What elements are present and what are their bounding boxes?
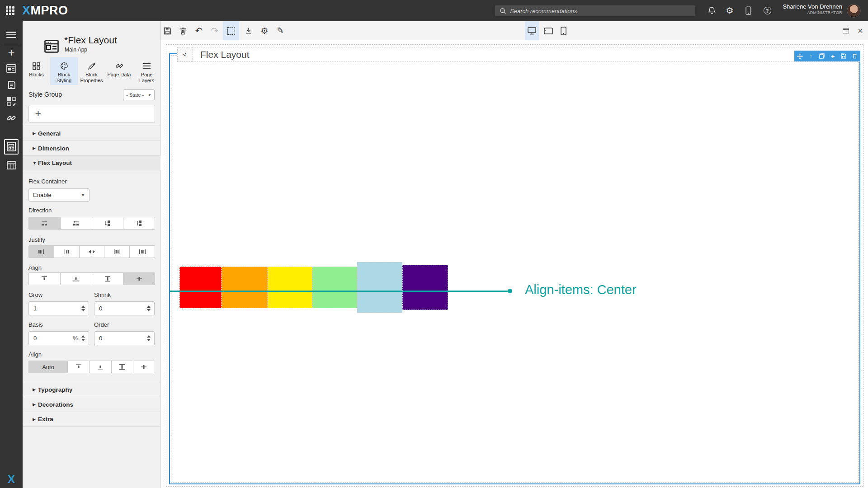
select-marquee-icon[interactable] xyxy=(223,21,239,40)
align-self-auto-button[interactable]: Auto xyxy=(29,361,68,373)
desktop-preview-icon[interactable] xyxy=(525,21,539,40)
app-designer-icon-active[interactable] xyxy=(4,139,19,155)
move-icon[interactable] xyxy=(795,53,804,59)
user-name: Sharlene Von Drehnen xyxy=(783,3,842,10)
connections-link-icon[interactable] xyxy=(0,112,23,124)
mobile-device-icon[interactable] xyxy=(742,0,754,21)
xmpro-x-logo: X xyxy=(0,473,23,486)
direction-row-button[interactable] xyxy=(29,217,61,229)
style-wand-icon[interactable]: ✎ xyxy=(274,21,287,40)
shrink-input[interactable]: 0 xyxy=(94,301,155,315)
align-self-stretch-button[interactable] xyxy=(112,361,133,373)
align-self-center-button[interactable] xyxy=(133,361,155,373)
align-center-button[interactable] xyxy=(123,273,155,285)
tab-blocks[interactable]: Blocks xyxy=(23,57,50,85)
justify-start-button[interactable] xyxy=(29,246,54,258)
align-self-start-button[interactable] xyxy=(68,361,90,373)
align-stretch-button[interactable] xyxy=(92,273,124,285)
section-general[interactable]: ▶ General xyxy=(23,126,160,141)
section-dimension[interactable]: ▶ Dimension xyxy=(23,141,160,155)
tablet-preview-icon[interactable] xyxy=(542,21,555,40)
save-block-icon[interactable] xyxy=(839,53,848,59)
tab-page-layers[interactable]: Page Layers xyxy=(133,57,160,85)
restore-window-icon[interactable] xyxy=(839,21,853,40)
direction-column-reverse-button[interactable] xyxy=(123,217,155,229)
order-input[interactable]: 0 xyxy=(94,331,155,345)
delete-block-icon[interactable] xyxy=(850,53,859,59)
yellow-block[interactable] xyxy=(268,267,312,308)
search-input[interactable] xyxy=(510,8,682,14)
xmpro-logo[interactable]: XMPRO xyxy=(22,4,68,18)
search-bar[interactable] xyxy=(495,5,695,16)
section-typography[interactable]: ▶ Typography xyxy=(23,382,160,397)
stepper-arrows[interactable] xyxy=(80,305,86,311)
app-pages-icon[interactable] xyxy=(0,62,23,75)
red-block[interactable] xyxy=(179,267,222,308)
style-group-select[interactable]: - State -▼ xyxy=(123,89,155,100)
user-role: ADMINISTRATOR xyxy=(783,10,842,15)
annotation-line xyxy=(170,291,510,292)
breadcrumb-back-button[interactable]: < xyxy=(177,47,192,62)
justify-center-button[interactable] xyxy=(80,246,105,258)
close-icon[interactable]: ✕ xyxy=(854,21,867,40)
lightblue-block[interactable] xyxy=(357,262,402,313)
indigo-block[interactable] xyxy=(402,265,448,310)
justify-space-between-button[interactable] xyxy=(104,246,130,258)
pencil-icon xyxy=(88,62,95,70)
undo-icon[interactable]: ↶ xyxy=(192,21,206,40)
redo-icon-disabled[interactable]: ↷ xyxy=(208,21,222,40)
section-flex-layout[interactable]: ▼ Flex Layout xyxy=(23,155,160,170)
stepper-arrows[interactable] xyxy=(80,335,86,341)
align-self-toggle-group: Auto xyxy=(28,361,155,373)
orange-block[interactable] xyxy=(222,267,268,308)
avatar[interactable] xyxy=(847,4,861,18)
grow-input[interactable]: 1 xyxy=(28,301,89,315)
move-up-icon[interactable]: ↑ xyxy=(806,53,815,59)
notifications-bell-icon[interactable] xyxy=(706,0,717,21)
download-icon[interactable] xyxy=(242,21,255,40)
basis-label: Basis xyxy=(28,321,43,328)
tab-block-properties[interactable]: Block Properties xyxy=(78,57,105,85)
section-extra[interactable]: ▶ Extra xyxy=(23,412,160,427)
align-label: Align xyxy=(28,264,42,271)
tab-page-data[interactable]: Page Data xyxy=(105,57,133,85)
selected-flex-container[interactable]: Align-items: Center xyxy=(169,53,860,484)
add-new-icon[interactable]: + xyxy=(0,46,23,59)
blocks-library-icon[interactable] xyxy=(0,95,23,108)
design-canvas[interactable]: Flex Layout < Align-items: Center ↑ + xyxy=(160,40,868,488)
layers-list-icon xyxy=(143,62,151,70)
direction-row-reverse-button[interactable] xyxy=(61,217,92,229)
add-style-group-button[interactable]: + xyxy=(28,105,155,123)
data-tables-icon[interactable] xyxy=(0,159,23,171)
add-icon[interactable]: + xyxy=(828,52,837,60)
direction-toggle-group xyxy=(28,217,155,230)
copy-icon[interactable] xyxy=(817,53,826,59)
green-block[interactable] xyxy=(312,267,357,308)
justify-space-around-button[interactable] xyxy=(130,246,155,258)
justify-end-button[interactable] xyxy=(54,246,80,258)
tab-block-styling[interactable]: Block Styling xyxy=(50,57,78,85)
settings-gear-icon[interactable]: ⚙ xyxy=(724,0,736,21)
phone-preview-icon[interactable] xyxy=(557,21,570,40)
stepper-arrows[interactable] xyxy=(146,335,152,341)
align-start-button[interactable] xyxy=(29,273,61,285)
page-title: *Flex Layout xyxy=(64,35,117,46)
flex-container-select[interactable]: Enable▼ xyxy=(28,188,90,202)
save-icon[interactable] xyxy=(160,21,174,40)
scripts-icon[interactable] xyxy=(0,79,23,91)
align-self-end-button[interactable] xyxy=(90,361,111,373)
flex-container-label: Flex Container xyxy=(28,178,67,185)
chevron-right-icon: ▶ xyxy=(33,417,38,422)
basis-input[interactable]: 0 % xyxy=(28,331,89,345)
align-end-button[interactable] xyxy=(61,273,92,285)
direction-column-button[interactable] xyxy=(92,217,124,229)
user-menu[interactable]: Sharlene Von Drehnen ADMINISTRATOR xyxy=(783,3,842,16)
delete-trash-icon[interactable] xyxy=(176,21,190,40)
annotation-label: Align-items: Center xyxy=(525,282,637,297)
menu-hamburger-icon[interactable] xyxy=(0,28,23,41)
section-decorations[interactable]: ▶ Decorations xyxy=(23,397,160,412)
help-icon[interactable]: ? xyxy=(761,0,773,21)
page-settings-gear-icon[interactable]: ⚙ xyxy=(258,21,271,40)
apps-grid-icon[interactable] xyxy=(6,6,15,15)
stepper-arrows[interactable] xyxy=(146,305,152,311)
